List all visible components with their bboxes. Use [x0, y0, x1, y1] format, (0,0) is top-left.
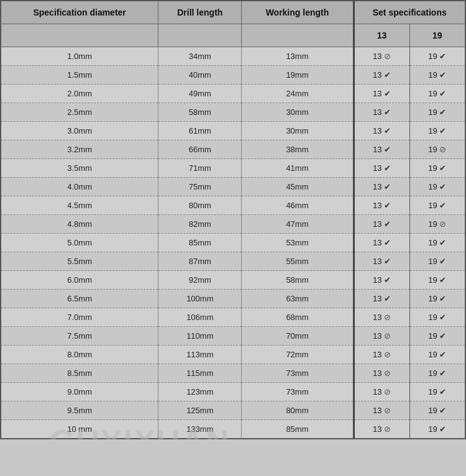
cell-working: 80mm	[242, 401, 354, 420]
cell-19[interactable]: 19	[409, 196, 465, 215]
checked-icon	[439, 238, 446, 247]
cell-19[interactable]: 19	[409, 47, 465, 66]
cell-13[interactable]: 13	[354, 271, 409, 290]
checked-icon	[384, 163, 391, 173]
cell-drill: 58mm	[158, 103, 242, 122]
cell-13[interactable]: 13	[354, 383, 409, 401]
table-row: 6.5mm100mm63mm13 19	[1, 290, 465, 308]
cell-19[interactable]: 19	[409, 290, 465, 308]
subheader-19: 19	[409, 24, 465, 47]
cell-19[interactable]: 19	[409, 159, 465, 178]
cell-drill: 123mm	[158, 383, 242, 401]
subheader-13: 13	[354, 24, 409, 47]
cell-19[interactable]: 19	[409, 327, 465, 346]
table-row: 3.2mm66mm38mm13 19	[1, 140, 465, 159]
cell-working: 72mm	[242, 346, 354, 364]
cell-19[interactable]: 19	[409, 178, 465, 196]
cell-drill: 34mm	[158, 47, 242, 66]
table-row: 1.5mm40mm19mm13 19	[1, 66, 465, 85]
table-row: 3.0mm61mm30mm13 19	[1, 122, 465, 140]
cell-19[interactable]: 19	[409, 140, 465, 159]
checked-icon	[439, 368, 446, 378]
cell-19[interactable]: 19	[409, 364, 465, 383]
cell-19[interactable]: 19	[409, 420, 465, 439]
unchecked-icon	[384, 331, 391, 341]
cell-19[interactable]: 19	[409, 271, 465, 290]
cell-19[interactable]: 19	[409, 66, 465, 85]
cell-working: 30mm	[242, 122, 354, 140]
cell-19[interactable]: 19	[409, 401, 465, 420]
table-row: 9.5mm125mm80mm13 19	[1, 401, 465, 420]
cell-13[interactable]: 13	[354, 122, 409, 140]
cell-13[interactable]: 13	[354, 420, 409, 439]
cell-13[interactable]: 13	[354, 66, 409, 85]
cell-working: 46mm	[242, 196, 354, 215]
cell-drill: 125mm	[158, 401, 242, 420]
checked-icon	[439, 257, 446, 266]
cell-diameter: 3.5mm	[1, 159, 158, 178]
cell-13[interactable]: 13	[354, 401, 409, 420]
header-diameter: Specification diameter	[1, 1, 158, 24]
cell-working: 24mm	[242, 85, 354, 103]
cell-13[interactable]: 13	[354, 215, 409, 234]
cell-diameter: 8.5mm	[1, 364, 158, 383]
cell-13[interactable]: 13	[354, 234, 409, 252]
cell-13[interactable]: 13	[354, 308, 409, 327]
cell-working: 68mm	[242, 308, 354, 327]
checked-icon	[384, 257, 391, 266]
cell-13[interactable]: 13	[354, 159, 409, 178]
cell-13[interactable]: 13	[354, 196, 409, 215]
checked-icon	[439, 182, 446, 191]
cell-drill: 92mm	[158, 271, 242, 290]
cell-19[interactable]: 19	[409, 252, 465, 271]
checked-icon	[439, 201, 446, 210]
cell-19[interactable]: 19	[409, 234, 465, 252]
cell-drill: 82mm	[158, 215, 242, 234]
cell-13[interactable]: 13	[354, 346, 409, 364]
cell-diameter: 1.5mm	[1, 66, 158, 85]
table-row: 4.0mm75mm45mm13 19	[1, 178, 465, 196]
cell-19[interactable]: 19	[409, 308, 465, 327]
cell-diameter: 4.0mm	[1, 178, 158, 196]
cell-diameter: 4.8mm	[1, 215, 158, 234]
cell-19[interactable]: 19	[409, 103, 465, 122]
cell-19[interactable]: 19	[409, 122, 465, 140]
checked-icon	[439, 424, 446, 434]
checked-icon	[384, 108, 391, 117]
table-row: 7.5mm110mm70mm13 19	[1, 327, 465, 346]
cell-diameter: 8.0mm	[1, 346, 158, 364]
cell-19[interactable]: 19	[409, 346, 465, 364]
cell-working: 19mm	[242, 66, 354, 85]
cell-diameter: 1.0mm	[1, 47, 158, 66]
checked-icon	[439, 70, 446, 80]
cell-drill: 133mm	[158, 420, 242, 439]
cell-13[interactable]: 13	[354, 140, 409, 159]
cell-13[interactable]: 13	[354, 103, 409, 122]
checked-icon	[439, 163, 446, 173]
unchecked-icon	[384, 313, 391, 322]
cell-drill: 71mm	[158, 159, 242, 178]
table-row: 8.5mm115mm73mm13 19	[1, 364, 465, 383]
cell-working: 41mm	[242, 159, 354, 178]
cell-diameter: 3.2mm	[1, 140, 158, 159]
cell-13[interactable]: 13	[354, 47, 409, 66]
unchecked-icon	[384, 424, 391, 434]
cell-13[interactable]: 13	[354, 178, 409, 196]
cell-13[interactable]: 13	[354, 252, 409, 271]
cell-13[interactable]: 13	[354, 364, 409, 383]
cell-13[interactable]: 13	[354, 85, 409, 103]
cell-19[interactable]: 19	[409, 383, 465, 401]
table-row: 3.5mm71mm41mm13 19	[1, 159, 465, 178]
cell-working: 85mm	[242, 420, 354, 439]
unchecked-icon	[384, 52, 391, 61]
cell-19[interactable]: 19	[409, 215, 465, 234]
cell-13[interactable]: 13	[354, 327, 409, 346]
unchecked-icon	[439, 219, 446, 229]
cell-drill: 61mm	[158, 122, 242, 140]
checked-icon	[384, 275, 391, 285]
cell-working: 45mm	[242, 178, 354, 196]
cell-19[interactable]: 19	[409, 85, 465, 103]
cell-13[interactable]: 13	[354, 290, 409, 308]
checked-icon	[439, 126, 446, 135]
checked-icon	[384, 182, 391, 191]
